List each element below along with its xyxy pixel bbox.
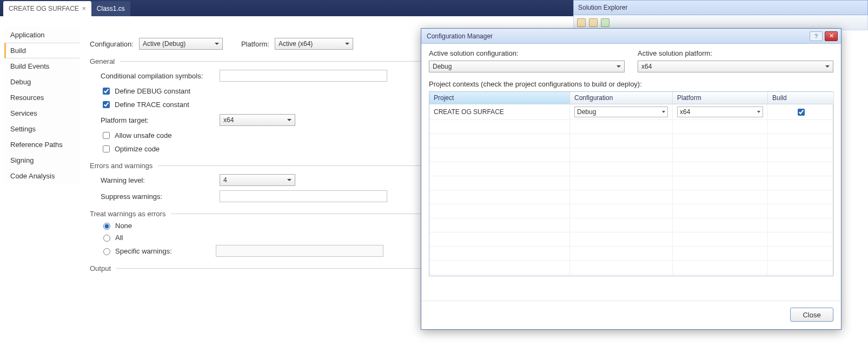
platform-target-label: Platform target:: [101, 116, 220, 124]
chevron-down-icon: [757, 111, 760, 113]
chevron-down-icon: [662, 111, 665, 113]
close-icon: ✕: [829, 32, 834, 39]
close-button[interactable]: Close: [790, 308, 833, 322]
toolbar-icon[interactable]: [577, 18, 586, 27]
toolbar-icon[interactable]: [589, 18, 598, 27]
sidebar-item-code-analysis[interactable]: Code Analysis: [4, 168, 80, 184]
allow-unsafe-checkbox[interactable]: [103, 132, 110, 139]
ccs-label: Conditional compilation symbols:: [101, 72, 220, 80]
tab-label: Class1.cs: [97, 5, 125, 12]
dialog-title: Configuration Manager: [427, 32, 493, 40]
project-contexts-label: Project contexts (check the project conf…: [429, 80, 833, 88]
twae-specific-radio[interactable]: [103, 248, 110, 255]
optimize-label: Optimize code: [115, 145, 160, 153]
dialog-titlebar[interactable]: Configuration Manager ? ✕: [421, 29, 841, 44]
select-value: Debug: [433, 63, 452, 70]
panel-title: Solution Explorer: [578, 4, 627, 11]
twae-all-radio[interactable]: [103, 235, 110, 242]
platform-target-select[interactable]: x64: [220, 114, 295, 126]
chevron-down-icon: [287, 119, 291, 121]
section-label: Output: [90, 264, 111, 272]
help-button[interactable]: ?: [810, 31, 823, 41]
chevron-down-icon: [215, 43, 219, 45]
select-value: Active (Debug): [143, 40, 185, 48]
warning-level-select[interactable]: 4: [220, 174, 295, 186]
col-platform[interactable]: Platform: [673, 92, 768, 104]
chevron-down-icon: [617, 65, 621, 68]
active-solution-platform-label: Active solution platform:: [638, 49, 833, 57]
sidebar-item-signing[interactable]: Signing: [4, 152, 80, 168]
tab-class1[interactable]: Class1.cs: [91, 1, 130, 16]
toolbar-icon[interactable]: [601, 18, 609, 27]
help-icon: ?: [814, 33, 818, 39]
col-project[interactable]: Project: [429, 92, 570, 104]
project-contexts-grid: Project Configuration Platform Build CRE…: [429, 91, 833, 276]
row-platform-select[interactable]: x64: [677, 107, 763, 117]
active-solution-config-select[interactable]: Debug: [429, 61, 625, 72]
active-solution-config-label: Active solution configuration:: [429, 49, 625, 57]
define-trace-label: Define TRACE constant: [115, 101, 189, 109]
section-label: General: [90, 57, 115, 65]
tab-label: CREATE OG SURFACE: [9, 5, 79, 12]
define-debug-label: Define DEBUG constant: [115, 87, 190, 95]
select-value: x64: [641, 63, 652, 70]
tab-create-og-surface[interactable]: CREATE OG SURFACE ×: [3, 1, 91, 16]
solution-explorer-header[interactable]: Solution Explorer: [573, 0, 868, 15]
define-debug-checkbox[interactable]: [103, 88, 110, 95]
platform-label: Platform:: [241, 40, 269, 48]
col-configuration[interactable]: Configuration: [570, 92, 673, 104]
optimize-checkbox[interactable]: [103, 145, 110, 152]
cell-project: CREATE OG SURFACE: [429, 104, 570, 120]
warning-level-label: Warning level:: [101, 176, 220, 184]
select-value: Debug: [577, 108, 596, 116]
sidebar-item-debug[interactable]: Debug: [4, 74, 80, 90]
select-value: x64: [223, 116, 234, 124]
platform-select[interactable]: Active (x64): [275, 38, 353, 50]
section-label: Errors and warnings: [90, 162, 153, 170]
configuration-manager-dialog: Configuration Manager ? ✕ Active solutio…: [421, 28, 842, 330]
table-row: CREATE OG SURFACE Debug x64: [429, 104, 833, 120]
cell-platform: x64: [673, 104, 768, 120]
sidebar-item-reference-paths[interactable]: Reference Paths: [4, 137, 80, 152]
select-value: x64: [680, 108, 690, 116]
ccs-input[interactable]: [220, 70, 387, 82]
twae-none-label: None: [115, 222, 132, 230]
select-value: Active (x64): [279, 40, 313, 48]
configuration-select[interactable]: Active (Debug): [139, 38, 223, 50]
chevron-down-icon: [345, 43, 349, 45]
properties-sidebar: Application Build Build Events Debug Res…: [4, 27, 80, 341]
suppress-input[interactable]: [220, 190, 387, 202]
cell-build: [768, 104, 834, 120]
twae-all-label: All: [115, 234, 123, 242]
configuration-label: Configuration:: [90, 40, 134, 48]
allow-unsafe-label: Allow unsafe code: [115, 131, 172, 139]
twae-specific-label: Specific warnings:: [115, 247, 213, 255]
close-button-label: Close: [803, 311, 820, 319]
suppress-label: Suppress warnings:: [101, 192, 220, 201]
select-value: 4: [223, 176, 227, 184]
chevron-down-icon: [825, 65, 830, 68]
close-icon[interactable]: ×: [82, 5, 86, 12]
sidebar-item-build-events[interactable]: Build Events: [4, 58, 80, 74]
section-label: Treat warnings as errors: [90, 210, 165, 218]
sidebar-item-resources[interactable]: Resources: [4, 90, 80, 105]
sidebar-item-application[interactable]: Application: [4, 27, 80, 43]
active-solution-platform-select[interactable]: x64: [638, 61, 833, 72]
twae-specific-input: [216, 245, 383, 257]
row-build-checkbox[interactable]: [798, 109, 805, 116]
sidebar-item-settings[interactable]: Settings: [4, 121, 80, 137]
sidebar-item-build[interactable]: Build: [4, 43, 80, 58]
row-config-select[interactable]: Debug: [574, 107, 668, 117]
col-build[interactable]: Build: [768, 92, 834, 104]
twae-none-radio[interactable]: [103, 223, 110, 230]
cell-config: Debug: [570, 104, 673, 120]
close-window-button[interactable]: ✕: [825, 31, 838, 41]
solution-explorer-panel: Solution Explorer: [573, 0, 868, 30]
define-trace-checkbox[interactable]: [103, 101, 110, 108]
chevron-down-icon: [287, 179, 291, 181]
sidebar-item-services[interactable]: Services: [4, 105, 80, 121]
